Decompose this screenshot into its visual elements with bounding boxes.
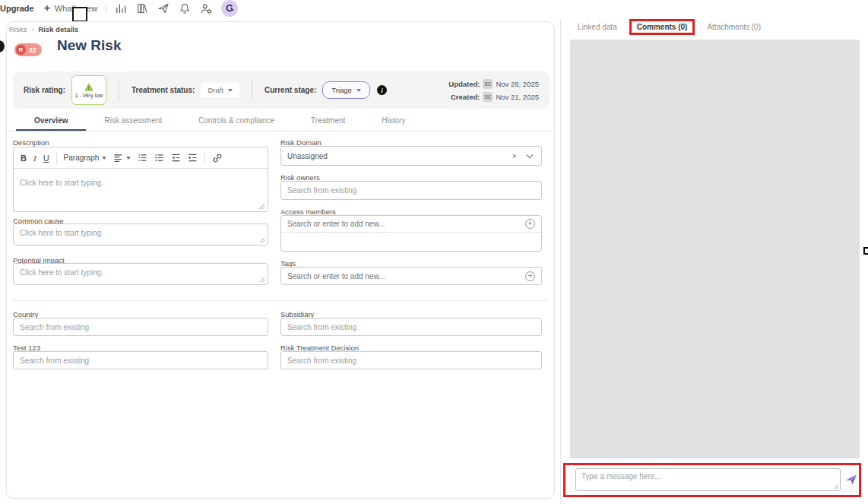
risk-rating-value: 1 - Very low: [75, 93, 103, 98]
info-icon[interactable]: i: [377, 85, 387, 95]
side-panel-tabs: Linked data Comments (0) Attachments (0): [569, 17, 770, 36]
common-cause-input[interactable]: Click here to start typing.: [13, 223, 268, 246]
chevron-down-icon: [102, 157, 106, 160]
paragraph-dropdown[interactable]: Paragraph: [64, 154, 107, 162]
risk-owners-input[interactable]: [280, 181, 542, 200]
detail-tabs: Overview Risk assessment Controls & comp…: [7, 111, 554, 132]
risk-domain-select[interactable]: Unassigned ×: [280, 146, 542, 166]
align-dropdown[interactable]: [113, 153, 131, 163]
resize-handle-icon[interactable]: [259, 237, 265, 243]
window-checkbox[interactable]: [72, 7, 87, 22]
editor-toolbar: B I U Paragraph: [14, 147, 268, 169]
updated-user-avatar: SC: [483, 79, 493, 89]
updated-date: Nov 28, 2025: [496, 80, 539, 88]
tab-risk-assessment[interactable]: Risk assessment: [86, 111, 180, 131]
risk-details-card: Risks › Risk details R 22 New Risk Risk …: [6, 21, 555, 499]
italic-button[interactable]: I: [33, 154, 36, 163]
chevron-down-icon: [228, 89, 233, 92]
add-icon[interactable]: +: [525, 219, 535, 229]
access-members-input[interactable]: [281, 220, 525, 228]
current-stage-label: Current stage:: [265, 86, 316, 94]
analytics-icon[interactable]: [115, 2, 128, 15]
header-divider: [106, 3, 106, 14]
panel-divider: [560, 19, 561, 504]
description-label: Description: [13, 138, 49, 147]
chevron-down-icon[interactable]: [526, 154, 534, 159]
cursor-artifact: [863, 247, 868, 255]
current-stage-dropdown[interactable]: Triage: [322, 81, 370, 99]
chevron-down-icon: [126, 157, 131, 160]
risk-rating-label: Risk rating:: [24, 86, 65, 94]
tab-linked-data[interactable]: Linked data: [569, 23, 626, 31]
description-editor[interactable]: B I U Paragraph: [13, 147, 268, 212]
access-members-list: [281, 233, 541, 251]
description-placeholder[interactable]: Click here to start typing.: [20, 179, 103, 187]
resize-handle-icon[interactable]: [259, 277, 265, 283]
ordered-list-button[interactable]: [138, 153, 147, 163]
indent-button[interactable]: [188, 153, 198, 163]
breadcrumb-separator: ›: [31, 25, 33, 33]
outdent-button[interactable]: [171, 153, 181, 163]
access-members-box: +: [280, 215, 542, 252]
breadcrumb-current: Risk details: [38, 25, 78, 33]
bullet-list-button[interactable]: [154, 153, 164, 163]
message-input[interactable]: [575, 468, 841, 491]
paper-plane-icon[interactable]: [157, 2, 170, 15]
warning-triangle-icon: [84, 83, 93, 91]
send-message-icon[interactable]: [844, 472, 858, 486]
comments-panel-body: [570, 40, 860, 458]
tab-attachments[interactable]: Attachments (0): [698, 23, 770, 31]
treatment-status-label: Treatment status:: [131, 86, 195, 94]
created-date: Nov 21, 2025: [496, 93, 539, 101]
risk-id-badge: R 22: [14, 43, 42, 56]
risk-rating-box[interactable]: 1 - Very low: [71, 75, 106, 105]
treatment-status-dropdown[interactable]: Draft: [201, 83, 239, 97]
risk-badge-count: 22: [29, 46, 36, 54]
library-icon[interactable]: [136, 2, 149, 15]
clear-icon[interactable]: ×: [512, 151, 517, 160]
audit-meta: Updated: SC Nov 28, 2025 Created: SC Nov…: [448, 79, 539, 102]
underline-button[interactable]: U: [43, 154, 49, 163]
subsidiary-input[interactable]: [280, 318, 542, 336]
avatar-logo-icon: [224, 3, 235, 14]
chevron-down-icon: [356, 89, 361, 92]
link-button[interactable]: [212, 153, 223, 163]
tab-controls-compliance[interactable]: Controls & compliance: [180, 111, 293, 131]
resize-handle-icon[interactable]: [833, 483, 839, 490]
edge-floating-button[interactable]: [0, 40, 5, 52]
risk-treatment-decision-input[interactable]: [280, 351, 542, 369]
page-title: New Risk: [57, 37, 121, 54]
tags-input[interactable]: [281, 272, 525, 281]
section-divider: [13, 300, 548, 301]
test-123-input[interactable]: [13, 351, 268, 369]
risk-badge-letter: R: [16, 45, 26, 55]
created-row: Created: SC Nov 21, 2025: [448, 92, 539, 102]
risk-domain-value: Unassigned: [281, 152, 512, 160]
user-settings-icon[interactable]: [200, 2, 213, 15]
bold-button[interactable]: B: [21, 154, 27, 163]
tab-comments[interactable]: Comments (0): [629, 19, 695, 35]
status-bar: Risk rating: 1 - Very low Treatment stat…: [13, 71, 550, 109]
breadcrumb-risks[interactable]: Risks: [9, 25, 27, 33]
top-header-actions: Upgrade What's new: [0, 0, 238, 17]
bell-icon[interactable]: [179, 2, 192, 15]
potential-impact-input[interactable]: Click here to start typing.: [13, 263, 268, 285]
resize-handle-icon[interactable]: [258, 203, 265, 210]
whats-new-button[interactable]: What's new: [43, 4, 98, 13]
avatar[interactable]: [221, 0, 238, 17]
sparkle-icon: [43, 4, 52, 13]
created-user-avatar: SC: [483, 92, 493, 102]
tab-overview[interactable]: Overview: [16, 111, 86, 131]
tags-box: +: [280, 267, 542, 285]
add-icon[interactable]: +: [525, 271, 535, 281]
country-input[interactable]: [13, 318, 268, 336]
upgrade-button[interactable]: Upgrade: [0, 4, 34, 13]
tab-history[interactable]: History: [363, 111, 423, 131]
breadcrumb: Risks › Risk details: [9, 25, 78, 33]
tab-treatment[interactable]: Treatment: [293, 111, 363, 131]
updated-row: Updated: SC Nov 28, 2025: [448, 79, 539, 89]
